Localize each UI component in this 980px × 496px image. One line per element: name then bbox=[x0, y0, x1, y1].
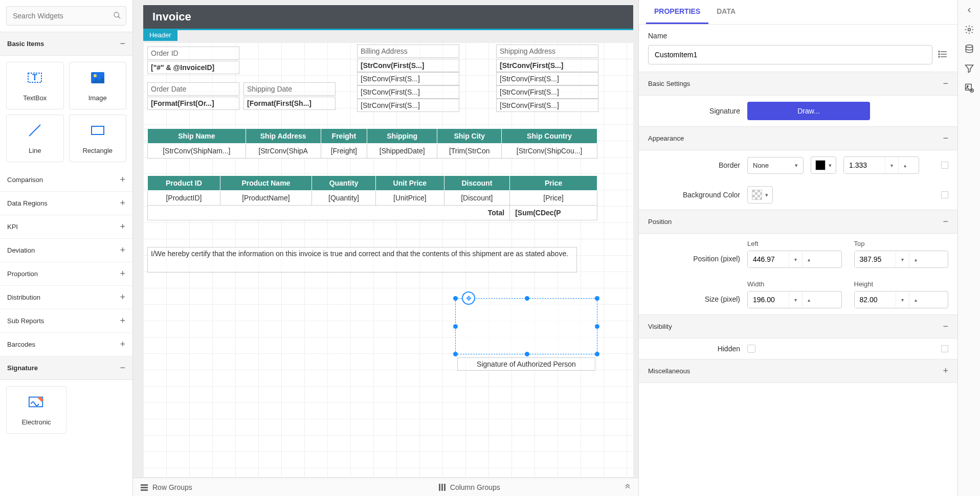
certify-text[interactable]: I/We hereby certify that the information… bbox=[147, 247, 577, 273]
chevron-down-icon[interactable]: ▾ bbox=[789, 291, 802, 308]
resize-handle[interactable] bbox=[453, 352, 458, 356]
billing-1[interactable]: [StrConv(First(S...] bbox=[357, 59, 459, 72]
draw-button[interactable]: Draw... bbox=[747, 102, 870, 120]
ship-date-label[interactable]: Shipping Date bbox=[243, 82, 336, 96]
section-appearance[interactable]: Appearance − bbox=[639, 126, 957, 150]
order-date-label[interactable]: Order Date bbox=[147, 82, 239, 96]
resize-handle[interactable] bbox=[595, 296, 599, 301]
chevron-down-icon[interactable]: ▾ bbox=[789, 251, 802, 267]
category-kpi[interactable]: KPI+ bbox=[0, 215, 132, 239]
left-input[interactable]: ▾▴ bbox=[747, 251, 842, 268]
position-label: Position (pixel) bbox=[648, 255, 740, 268]
widget-panel: Basic Items − T TextBox Image Line bbox=[0, 0, 133, 496]
image-settings-icon[interactable] bbox=[963, 82, 975, 94]
filter-icon[interactable] bbox=[963, 62, 975, 75]
chevron-down-icon[interactable]: ▾ bbox=[885, 157, 898, 173]
billing-label[interactable]: Billing Address bbox=[357, 44, 459, 58]
collapse-icon: − bbox=[943, 78, 948, 89]
shipping-4[interactable]: [StrConv(First(S...] bbox=[496, 99, 598, 112]
border-color-picker[interactable]: ▾ bbox=[811, 156, 836, 174]
section-position[interactable]: Position − bbox=[639, 210, 957, 234]
tab-data[interactable]: DATA bbox=[708, 0, 744, 24]
section-visibility[interactable]: Visibility − bbox=[639, 314, 957, 339]
shipping-1[interactable]: [StrConv(First(S...] bbox=[496, 59, 598, 72]
expand-panel-icon[interactable] bbox=[963, 4, 975, 16]
resize-handle[interactable] bbox=[595, 352, 599, 356]
top-input[interactable]: ▾▴ bbox=[854, 251, 949, 268]
order-id-value[interactable]: ["#" & @InvoiceID] bbox=[147, 61, 239, 74]
canvas-area[interactable]: Invoice Header Order ID ["#" & @InvoiceI… bbox=[133, 0, 638, 496]
billing-2[interactable]: [StrConv(First(S...] bbox=[357, 72, 459, 85]
widget-textbox[interactable]: T TextBox bbox=[6, 62, 64, 109]
chevron-down-icon[interactable]: ▾ bbox=[896, 251, 909, 267]
svg-rect-9 bbox=[141, 484, 148, 486]
category-barcodes[interactable]: Barcodes+ bbox=[0, 333, 132, 356]
resize-handle[interactable] bbox=[525, 352, 529, 356]
height-input[interactable]: ▾▴ bbox=[854, 291, 949, 308]
move-handle-icon[interactable]: ✥ bbox=[462, 291, 475, 305]
chevron-up-icon[interactable]: ▴ bbox=[909, 291, 922, 308]
border-style-dropdown[interactable]: None▾ bbox=[747, 157, 804, 174]
svg-point-24 bbox=[967, 85, 968, 87]
widget-image[interactable]: Image bbox=[69, 62, 127, 109]
table-row[interactable]: [ProductID] [ProductName] [Quantity] [Un… bbox=[148, 191, 597, 206]
table-row[interactable]: [StrConv(ShipNam...] [StrConv(ShipA [Fre… bbox=[148, 144, 597, 159]
billing-4[interactable]: [StrConv(First(S...] bbox=[357, 99, 459, 112]
collapse-bar-icon[interactable] bbox=[624, 484, 631, 491]
reset-icon[interactable] bbox=[941, 191, 948, 198]
report-title: Invoice bbox=[152, 10, 191, 23]
database-icon[interactable] bbox=[963, 43, 975, 55]
ship-date-value[interactable]: [Format(First(Sh...] bbox=[243, 97, 336, 110]
section-basic-items[interactable]: Basic Items − bbox=[0, 32, 132, 56]
list-icon[interactable] bbox=[938, 49, 948, 60]
billing-3[interactable]: [StrConv(First(S...] bbox=[357, 85, 459, 99]
border-width-input[interactable]: ▾▴ bbox=[843, 156, 919, 174]
order-date-value[interactable]: [Format(First(Or...] bbox=[147, 97, 239, 110]
left-label: Left bbox=[747, 240, 842, 247]
width-input[interactable]: ▾▴ bbox=[747, 291, 842, 308]
category-deviation[interactable]: Deviation+ bbox=[0, 239, 132, 262]
order-id-label[interactable]: Order ID bbox=[147, 47, 239, 60]
category-proportion[interactable]: Proportion+ bbox=[0, 262, 132, 286]
total-row[interactable]: Total [Sum(CDec(P bbox=[148, 206, 597, 220]
widget-line[interactable]: Line bbox=[6, 115, 64, 162]
bg-color-picker[interactable]: ▾ bbox=[747, 186, 773, 204]
row-groups[interactable]: Row Groups bbox=[140, 483, 192, 491]
resize-handle[interactable] bbox=[525, 296, 529, 301]
product-table[interactable]: Product ID Product Name Quantity Unit Pr… bbox=[147, 175, 597, 220]
shipping-3[interactable]: [StrConv(First(S...] bbox=[496, 85, 598, 99]
tab-properties[interactable]: PROPERTIES bbox=[646, 0, 708, 24]
hidden-checkbox[interactable] bbox=[747, 345, 755, 353]
widget-electronic-signature[interactable]: Electronic bbox=[6, 386, 66, 434]
resize-handle[interactable] bbox=[453, 324, 458, 329]
search-input[interactable] bbox=[6, 6, 126, 26]
reset-icon[interactable] bbox=[941, 345, 948, 352]
category-sub-reports[interactable]: Sub Reports+ bbox=[0, 309, 132, 333]
column-groups[interactable]: Column Groups bbox=[438, 483, 500, 491]
report-header[interactable]: Invoice Header bbox=[143, 5, 633, 30]
category-data-regions[interactable]: Data Regions+ bbox=[0, 192, 132, 215]
section-miscellaneous[interactable]: Miscellaneous + bbox=[639, 359, 957, 383]
report-body[interactable]: Order ID ["#" & @InvoiceID] Order Date [… bbox=[143, 42, 633, 477]
shipping-label[interactable]: Shipping Address bbox=[496, 44, 598, 58]
section-signature[interactable]: Signature − bbox=[0, 356, 132, 380]
resize-handle[interactable] bbox=[595, 324, 599, 329]
resize-handle[interactable] bbox=[453, 296, 458, 301]
reset-icon[interactable] bbox=[941, 162, 948, 169]
section-basic-settings[interactable]: Basic Settings − bbox=[639, 72, 957, 96]
widget-rectangle[interactable]: Rectangle bbox=[69, 115, 127, 162]
category-distribution[interactable]: Distribution+ bbox=[0, 286, 132, 309]
chevron-up-icon[interactable]: ▴ bbox=[898, 157, 911, 173]
name-input[interactable] bbox=[648, 45, 932, 64]
section-title: Basic Items bbox=[7, 40, 44, 48]
gear-icon[interactable] bbox=[963, 24, 975, 36]
shipping-2[interactable]: [StrConv(First(S...] bbox=[496, 72, 598, 85]
shipping-table[interactable]: Ship Name Ship Address Freight Shipping … bbox=[147, 128, 597, 159]
chevron-up-icon[interactable]: ▴ bbox=[909, 251, 922, 267]
chevron-up-icon[interactable]: ▴ bbox=[802, 291, 815, 308]
chevron-up-icon[interactable]: ▴ bbox=[802, 251, 815, 267]
selected-signature-item[interactable]: ✥ bbox=[455, 298, 597, 354]
signature-label[interactable]: Signature of Authorized Person bbox=[457, 357, 595, 371]
category-comparison[interactable]: Comparison+ bbox=[0, 168, 132, 192]
chevron-down-icon[interactable]: ▾ bbox=[896, 291, 909, 308]
